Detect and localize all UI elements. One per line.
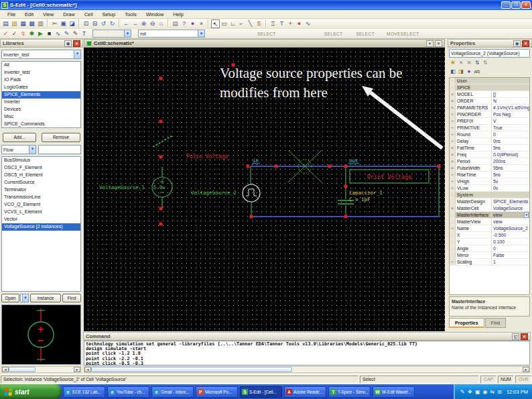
zoom-out-icon[interactable]: ⊖	[148, 19, 157, 28]
property-expander[interactable]: +	[450, 111, 456, 117]
library-list-item[interactable]: LogicGates	[2, 84, 80, 91]
sort-descending-icon[interactable]: ⇅	[481, 59, 489, 67]
close-button[interactable]: ✕	[521, 1, 531, 9]
menu-item[interactable]: Setup	[98, 11, 121, 17]
render-sphere2-icon[interactable]: ●	[197, 19, 206, 28]
property-row[interactable]: - User	[450, 78, 529, 84]
print-icon[interactable]: ▥	[36, 19, 45, 28]
check-connectivity-icon[interactable]: ✓	[10, 30, 19, 38]
start-simulation-icon[interactable]: ▶	[36, 30, 45, 38]
in-port-label[interactable]: in	[253, 158, 259, 164]
chevron-down-icon[interactable]: ▼	[22, 294, 28, 302]
property-row[interactable]: X -0.500	[450, 232, 529, 239]
property-value[interactable]: 0v	[492, 185, 529, 191]
property-expander[interactable]: a	[450, 152, 456, 158]
property-expander[interactable]: +	[450, 131, 456, 137]
chevron-down-icon[interactable]: ▼	[198, 30, 204, 37]
property-value[interactable]: True	[492, 125, 529, 131]
copy-icon[interactable]: ▣	[59, 19, 68, 28]
property-expander[interactable]: +	[450, 118, 456, 124]
property-row[interactable]: MasterInterface view	[450, 212, 529, 219]
property-row[interactable]: a MODEL []	[450, 91, 529, 98]
property-value[interactable]: view	[492, 219, 529, 225]
find-cell-button[interactable]: Find	[62, 294, 81, 302]
task-youtube[interactable]: e YouTube - ch...	[107, 386, 149, 398]
property-row[interactable]: MasterView view	[450, 219, 529, 225]
property-row[interactable]: a FallTime 5ns	[450, 145, 529, 152]
property-expander[interactable]: -	[450, 78, 456, 84]
menu-item[interactable]: Edit	[20, 11, 38, 17]
library-list-item[interactable]: Inverter	[2, 99, 80, 106]
windows-security-icon[interactable]: ⊞	[497, 389, 502, 395]
property-row[interactable]: + VHigh 5v	[450, 178, 529, 185]
property-expander[interactable]: a	[450, 165, 456, 171]
schematic-canvas[interactable]: VoltageSource_1 5.0v Pulse Voltage Volta…	[84, 48, 445, 331]
float-panel-icon[interactable]: ◱	[512, 333, 519, 340]
text-tool-icon[interactable]: T	[277, 19, 286, 28]
probe-current-icon[interactable]: ✎	[71, 30, 80, 38]
add-property-icon[interactable]: ✱	[449, 59, 457, 67]
print-voltage-label[interactable]: Print Voltage	[367, 174, 412, 180]
close-icon[interactable]: ✕	[435, 40, 442, 47]
property-value[interactable]: 5ns	[492, 172, 529, 178]
toolbar-icon[interactable]	[47, 19, 48, 27]
property-value[interactable]	[473, 192, 529, 198]
property-row[interactable]: Angle 0	[450, 245, 529, 252]
property-value[interactable]: -0.500	[492, 232, 529, 238]
library-select[interactable]: inverter_test ▼	[1, 50, 81, 59]
wire-diagonal-tool-icon[interactable]: ╲	[246, 19, 255, 28]
scrollbar-thumb[interactable]	[9, 367, 36, 372]
chevron-down-icon[interactable]: ▼	[29, 146, 36, 154]
property-row[interactable]: - SPICE	[450, 84, 529, 91]
cell-list-item[interactable]: OSC3_F_Element	[2, 164, 80, 172]
help-icon[interactable]: ?	[180, 19, 188, 28]
property-row[interactable]: + Delay 0ns	[450, 138, 529, 145]
close-icon[interactable]: ✕	[522, 40, 529, 47]
menu-item[interactable]: Cell	[80, 11, 98, 17]
show-all-properties-icon[interactable]: ◧	[449, 68, 457, 76]
property-value[interactable]: 95ns	[492, 165, 529, 171]
property-expander[interactable]	[450, 232, 456, 238]
out-port-label[interactable]: out	[349, 158, 358, 164]
property-expander[interactable]: +	[450, 138, 456, 144]
property-row[interactable]: - System	[450, 192, 529, 198]
minimize-button[interactable]: _	[501, 1, 511, 9]
preview-scrollbar[interactable]: ◄ ►	[1, 366, 81, 373]
menu-item[interactable]: Tools	[120, 11, 141, 17]
render-sphere-icon[interactable]: ●	[188, 19, 197, 28]
open-options-combo[interactable]: ▼	[20, 294, 29, 302]
delete-property-icon[interactable]: ✕	[457, 59, 465, 67]
property-row[interactable]: a Freq 0.0(#Period)	[450, 152, 529, 158]
capacitor-label[interactable]: Capacitor_1	[349, 190, 383, 196]
voltage-source-2-label[interactable]: VoltageSource_2	[191, 190, 237, 196]
save-design-icon[interactable]: ▩	[27, 19, 36, 28]
forward-icon[interactable]: →	[131, 19, 139, 28]
task-t-spice[interactable]: T T-Spice - Simu...	[328, 386, 371, 398]
pin-tool-icon[interactable]: +	[286, 19, 295, 28]
add-library-button[interactable]: Add...	[3, 133, 36, 142]
chevron-down-icon[interactable]: ▼	[124, 30, 131, 37]
task-s-edit[interactable]: S S-Edit - [Cell...	[240, 386, 282, 398]
voltage-source-2-symbol[interactable]	[243, 184, 260, 217]
probe-tp-icon[interactable]: T	[80, 30, 88, 38]
back-icon[interactable]: ←	[122, 19, 131, 28]
property-value[interactable]: 0.100	[492, 239, 529, 245]
delete-all-properties-icon[interactable]: ✖	[465, 59, 473, 67]
chevron-down-icon[interactable]: ▼	[74, 50, 80, 58]
property-row[interactable]: a MasterCell VoltageSource	[450, 205, 529, 212]
toolbar-icon[interactable]	[208, 19, 209, 27]
library-list-item[interactable]: IO Pads	[2, 76, 80, 84]
property-row[interactable]: + Name VoltageSource_2	[450, 225, 529, 232]
scroll-left-icon[interactable]: ◄	[84, 367, 91, 372]
restore-button[interactable]: ❐	[511, 1, 521, 9]
property-row[interactable]: a Period 200ns	[450, 158, 529, 165]
property-expander[interactable]	[450, 198, 456, 205]
check-design-icon[interactable]: ✓	[1, 30, 10, 38]
command-scrollbar[interactable]: ◄ ►	[84, 366, 530, 373]
cell-list-item[interactable]: VoltageSource (2 instances)	[2, 223, 80, 231]
property-expander[interactable]: a	[450, 91, 456, 97]
property-expander[interactable]: +	[450, 259, 456, 265]
property-expander[interactable]	[450, 212, 456, 218]
task-w-edit[interactable]: W W-Edit Wavef...	[373, 386, 415, 398]
scroll-left-icon[interactable]: ◄	[2, 367, 9, 372]
